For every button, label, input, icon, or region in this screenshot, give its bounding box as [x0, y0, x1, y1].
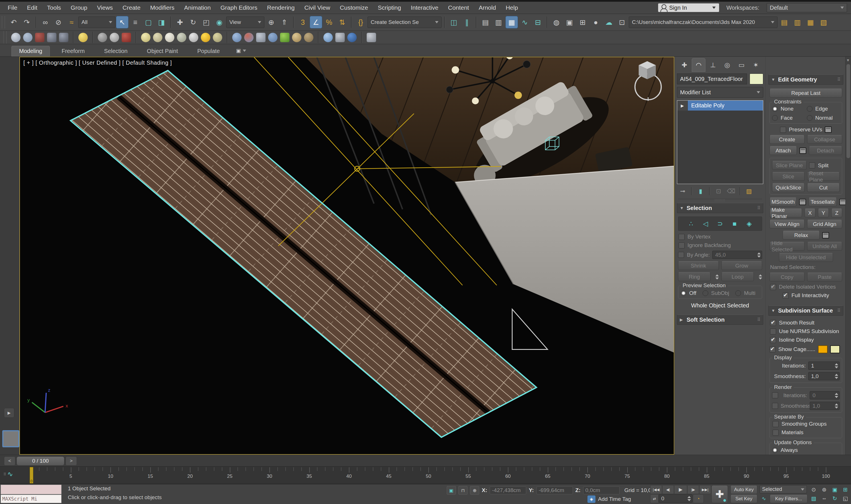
- autodesk-cloud-icon[interactable]: [23, 33, 33, 42]
- material-sample-beige-icon[interactable]: [153, 33, 162, 42]
- listener-script-field[interactable]: MAXScript Mi: [1, 494, 61, 503]
- preserve-uvs-checkbox[interactable]: Preserve UVs: [780, 126, 822, 133]
- ribbon-tab-freeform[interactable]: Freeform: [54, 46, 92, 56]
- toolbar-grip[interactable]: [2, 16, 5, 28]
- selection-rollout-header[interactable]: ▼ Selection ⠿: [677, 203, 763, 213]
- viewport-layout-tab-active[interactable]: [2, 430, 19, 447]
- set-key-button[interactable]: Set Key: [730, 494, 757, 503]
- render-in-cloud-icon[interactable]: ☁: [602, 16, 615, 29]
- toggle-ribbon-icon[interactable]: ▦: [505, 16, 518, 29]
- border-mode-icon[interactable]: ⊃: [714, 218, 727, 229]
- split-checkbox[interactable]: Split: [809, 162, 839, 169]
- preview-off-radio[interactable]: Off: [681, 290, 696, 296]
- scrollbar-thumb[interactable]: [847, 64, 850, 158]
- select-and-manipulate-icon[interactable]: ⇑: [278, 16, 291, 29]
- render-smoothness-checkbox[interactable]: [772, 403, 778, 409]
- listener-macro-field[interactable]: [1, 485, 61, 494]
- stack-expand-arrow-icon[interactable]: ▶: [677, 101, 688, 110]
- mirror-icon[interactable]: ◫: [448, 16, 460, 29]
- ribbon-config-icon[interactable]: ▣: [236, 48, 246, 54]
- sign-in-button[interactable]: Sign In: [658, 3, 719, 12]
- current-frame-marker[interactable]: 0: [30, 467, 33, 484]
- cage-color-swatch-1[interactable]: [818, 345, 828, 353]
- rendered-frame-window-icon[interactable]: ⊞: [576, 16, 589, 29]
- select-and-rotate-icon[interactable]: ↻: [187, 16, 199, 29]
- project-folder-dropdown[interactable]: C:\Users\michalfranczak\Documents\3ds Ma…: [629, 17, 778, 28]
- attach-settings-icon[interactable]: [799, 148, 806, 154]
- edit-named-selection-sets-icon[interactable]: {}: [355, 16, 367, 29]
- key-mode-toggle-icon[interactable]: ⇄: [650, 494, 659, 503]
- constraint-edge-radio[interactable]: Edge: [807, 106, 840, 112]
- menu-modifiers[interactable]: Modifiers: [145, 2, 179, 14]
- render-teapot-icon[interactable]: [11, 33, 20, 42]
- unlink-selection-icon[interactable]: ⊘: [52, 16, 65, 29]
- window-crossing-icon[interactable]: ◨: [155, 16, 168, 29]
- track-bar[interactable]: ⠿∿ 0510152025303540455055606570758085909…: [0, 466, 851, 484]
- create-button[interactable]: Create: [769, 135, 804, 144]
- material-editor-icon[interactable]: ◍: [550, 16, 563, 29]
- ribbon-tab-modeling[interactable]: Modeling: [12, 46, 50, 56]
- constraint-normal-radio[interactable]: Normal: [807, 115, 840, 121]
- go-to-end-button[interactable]: ▶▶|: [699, 485, 711, 494]
- toggle-scene-explorer-icon[interactable]: ▤: [479, 16, 492, 29]
- cage-color-swatch-2[interactable]: [830, 345, 840, 353]
- attach-button[interactable]: Attach: [769, 146, 797, 155]
- material-sample-cone-icon[interactable]: [189, 33, 198, 42]
- toggle-layer-explorer-icon[interactable]: ▥: [492, 16, 505, 29]
- y-coordinate-field[interactable]: -699,64cm: [537, 486, 573, 494]
- menu-arnold[interactable]: Arnold: [474, 2, 501, 14]
- percent-snap-toggle-icon[interactable]: %: [323, 16, 335, 29]
- constraint-face-radio[interactable]: Face: [772, 115, 805, 121]
- menu-edit[interactable]: Edit: [22, 2, 42, 14]
- align-icon[interactable]: ∥: [461, 16, 473, 29]
- configure-modifier-sets-icon[interactable]: ▨: [743, 186, 755, 196]
- sample-sphere-blue-icon[interactable]: [323, 33, 333, 42]
- material-sample-teapot-icon[interactable]: [177, 33, 186, 42]
- physical-camera-icon[interactable]: [122, 33, 131, 42]
- selection-lock-icon[interactable]: ⊓: [458, 486, 468, 494]
- previous-frame-key-button[interactable]: ◀|: [662, 485, 674, 494]
- hierarchy-tab-icon[interactable]: ⊥: [706, 58, 720, 72]
- quickslice-button[interactable]: QuickSlice: [772, 183, 804, 192]
- select-and-link-icon[interactable]: ∞: [39, 16, 52, 29]
- workspaces-dropdown[interactable]: Default: [767, 3, 847, 12]
- display-smoothness-spinner[interactable]: 1,0: [808, 372, 839, 380]
- smoothing-groups-checkbox[interactable]: Smoothing Groups: [773, 421, 839, 427]
- material-sample-egg-icon[interactable]: [213, 33, 222, 42]
- named-selection-sets-dropdown[interactable]: Create Selection Se: [367, 17, 441, 28]
- object-name-field[interactable]: AI54_009_TerracedFloor: [677, 73, 747, 84]
- zoom-all-icon[interactable]: ⊚: [819, 485, 829, 494]
- bind-to-space-warp-icon[interactable]: ≈: [65, 16, 78, 29]
- tessellate-button[interactable]: Tessellate: [809, 197, 837, 206]
- menu-interactive[interactable]: Interactive: [406, 2, 443, 14]
- modifier-list-dropdown[interactable]: Modifier List: [677, 87, 763, 98]
- repeat-last-button[interactable]: Repeat Last: [769, 89, 842, 97]
- play-button[interactable]: ▶: [674, 485, 687, 494]
- viewport-label[interactable]: [ + ] [ Orthographic ] [ User Defined ] …: [23, 59, 172, 66]
- relax-settings-icon[interactable]: [822, 232, 829, 238]
- menu-tools[interactable]: Tools: [42, 2, 66, 14]
- zoom-extents-icon[interactable]: ▣: [830, 485, 840, 494]
- toolbar-grip[interactable]: [3, 31, 7, 43]
- render-production-icon[interactable]: ●: [590, 16, 602, 29]
- asset-import-icon[interactable]: ▤: [778, 16, 791, 29]
- delete-isolated-vertices-checkbox[interactable]: Delete Isolated Vertices: [770, 284, 841, 290]
- zoom-region-icon[interactable]: ▧: [809, 494, 819, 503]
- update-always-radio[interactable]: Always: [772, 447, 839, 453]
- element-mode-icon[interactable]: ◈: [743, 218, 756, 229]
- view-align-button[interactable]: View Align: [769, 220, 804, 229]
- grass-icon[interactable]: [280, 33, 289, 42]
- camera-icon[interactable]: [98, 33, 107, 42]
- edge-mode-icon[interactable]: ◁: [699, 218, 712, 229]
- select-and-place-icon[interactable]: ◉: [213, 16, 225, 29]
- exposure-control-window-icon[interactable]: [59, 33, 68, 42]
- isolate-toggle-icon[interactable]: ◈: [587, 496, 595, 503]
- hair-fur-hf-icon[interactable]: [292, 33, 302, 42]
- menu-scripting[interactable]: Scripting: [373, 2, 406, 14]
- materials-checkbox[interactable]: Materials: [773, 429, 839, 436]
- menu-group[interactable]: Group: [66, 2, 92, 14]
- previous-frame-button[interactable]: <: [4, 456, 15, 466]
- noise-sphere-icon[interactable]: [268, 33, 277, 42]
- zoom-extents-all-icon[interactable]: ⊞: [840, 485, 850, 494]
- set-keys-button[interactable]: ✚: [711, 485, 728, 503]
